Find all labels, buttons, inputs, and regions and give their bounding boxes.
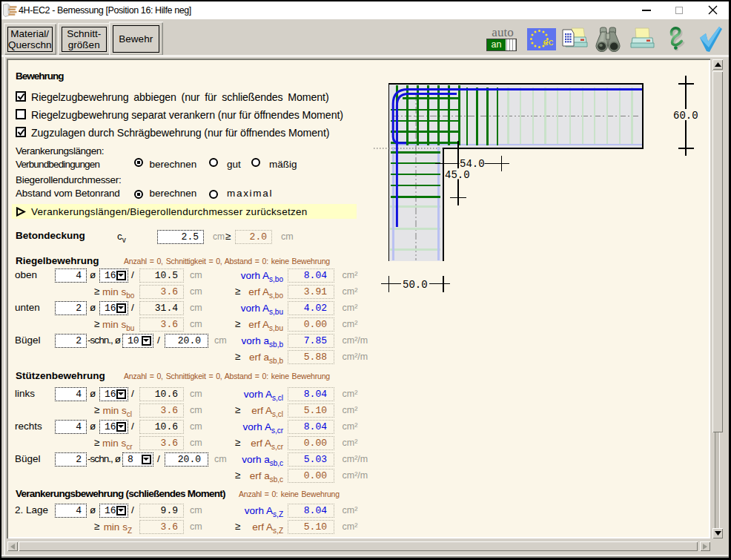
svg-text:45.0: 45.0	[445, 169, 470, 181]
svg-text:50.0: 50.0	[403, 279, 428, 291]
svg-text:54.0: 54.0	[460, 158, 485, 170]
svg-text:60.0: 60.0	[673, 110, 698, 122]
svg-text:ec: ec	[543, 36, 554, 47]
